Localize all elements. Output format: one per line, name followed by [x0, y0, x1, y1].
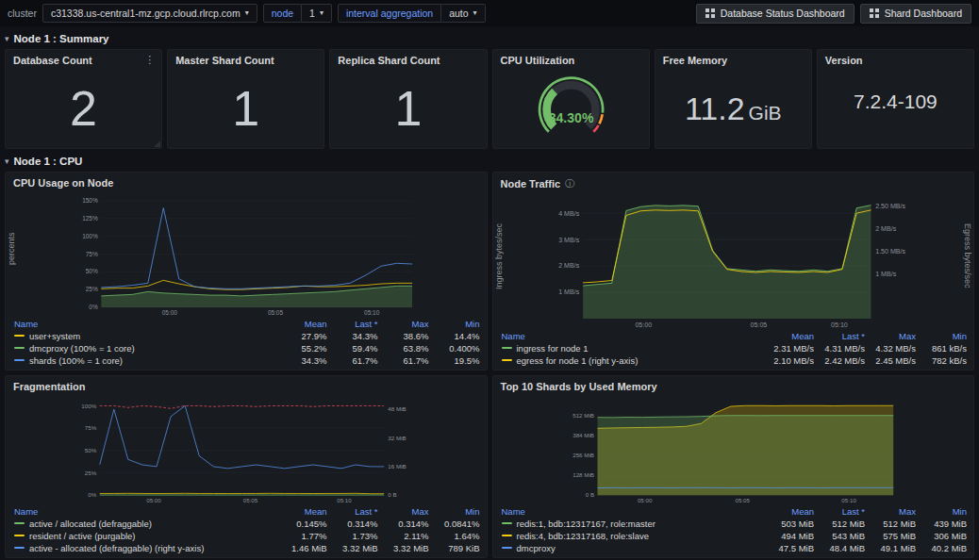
legend-row: egress for node 1 (right y-axis)2.10 MB/…: [493, 354, 974, 367]
panel-title[interactable]: CPU Usage on Node: [6, 173, 487, 190]
section-node-cpu[interactable]: ▾ Node 1 : CPU: [5, 153, 974, 170]
svg-text:2.50 MB/s: 2.50 MB/s: [875, 203, 905, 210]
legend-series-name[interactable]: active - allocated (defraggable) (right …: [6, 542, 283, 554]
top-shards-chart[interactable]: 0 B128 MiB256 MiB384 MiB512 MiB05:0005:0…: [495, 394, 972, 504]
legend-header-last[interactable]: Last *: [821, 330, 871, 342]
legend-header-max[interactable]: Max: [871, 505, 922, 518]
legend-value: 439 MiB: [922, 518, 973, 530]
panel-title[interactable]: Master Shard Count: [168, 50, 324, 68]
node-traffic-chart[interactable]: 1 MB/s2 MB/s3 MB/s4 MB/s1 MB/s1.50 MB/s2…: [495, 192, 972, 329]
legend-header-max[interactable]: Max: [385, 505, 436, 518]
chart-area[interactable]: 0%25%50%75%100%125%150%05:0005:0505:10pe…: [6, 190, 487, 317]
legend-header-min[interactable]: Min: [436, 318, 487, 330]
svg-text:05:05: 05:05: [268, 309, 284, 316]
interval-select-value: auto: [449, 8, 468, 19]
interval-aggregation-select[interactable]: auto ▾: [441, 4, 485, 23]
panel-title[interactable]: CPU Utilization: [493, 50, 649, 68]
panel-menu-icon[interactable]: ⋮: [144, 54, 156, 66]
stat-value: 2: [70, 84, 97, 133]
legend-series-swatch: [502, 522, 512, 524]
shard-dashboard-button[interactable]: Shard Dashboard: [860, 4, 971, 24]
legend-series-name[interactable]: dmcproxy: [493, 542, 771, 554]
info-icon[interactable]: ⓘ: [565, 177, 574, 190]
node-var-label[interactable]: node: [263, 4, 302, 23]
panel-title[interactable]: Replica Shard Count: [330, 50, 486, 68]
database-status-dashboard-button[interactable]: Database Status Dashboard: [696, 4, 855, 24]
legend-value: 1.46 MiB: [283, 542, 334, 554]
legend-value: 0.0841%: [436, 518, 487, 530]
legend-series-name[interactable]: shards (100% = 1 core): [6, 354, 283, 367]
legend-header-mean[interactable]: Mean: [770, 505, 821, 518]
legend-value: 789 KiB: [436, 542, 487, 554]
stat-value: 11.2: [685, 92, 745, 124]
svg-text:50%: 50%: [86, 268, 98, 274]
legend-series-swatch: [502, 359, 512, 361]
dashboard-grid-icon: [705, 8, 715, 18]
legend-value: 2.10 MB/s: [770, 354, 821, 367]
chart-area[interactable]: 0%25%50%75%100%0 B16 MiB32 MiB48 MiB05:0…: [6, 394, 487, 504]
stat-panel-replica-shard-count: Replica Shard Count 1: [329, 49, 487, 149]
chart-legend: NameMeanLast *MaxMinactive / allocated (…: [6, 505, 487, 554]
interval-aggregation-label[interactable]: interval aggregation: [338, 4, 441, 23]
legend-value: 55.2%: [283, 342, 334, 354]
svg-text:0 B: 0 B: [388, 491, 396, 498]
legend-header-name[interactable]: Name: [493, 505, 771, 518]
summary-stats-row: Database Count ⋮ 2 Master Shard Count 1 …: [5, 49, 974, 149]
svg-text:2 MB/s: 2 MB/s: [558, 262, 579, 270]
panel-title-text: Node Traffic: [501, 178, 561, 189]
legend-value: 34.3%: [334, 330, 385, 342]
node-select[interactable]: 1 ▾: [302, 4, 332, 23]
legend-series-name[interactable]: redis:4, bdb:12317168, role:slave: [493, 530, 771, 542]
legend-header-last[interactable]: Last *: [334, 505, 385, 518]
legend-header-last[interactable]: Last *: [334, 318, 385, 330]
chart-legend: NameMeanLast *MaxMinredis:1, bdb:1231716…: [493, 505, 974, 554]
svg-text:125%: 125%: [82, 215, 98, 222]
svg-text:4 MB/s: 4 MB/s: [558, 210, 579, 218]
legend-value: 3.32 MiB: [385, 542, 436, 554]
legend-header-mean[interactable]: Mean: [770, 330, 821, 342]
legend-series-name[interactable]: active / allocated (defraggable): [6, 518, 283, 530]
panel-title[interactable]: Free Memory: [655, 50, 811, 68]
section-node-summary[interactable]: ▾ Node 1 : Summary: [5, 30, 974, 47]
chart-area[interactable]: 1 MB/s2 MB/s3 MB/s4 MB/s1 MB/s1.50 MB/s2…: [493, 192, 974, 329]
legend-value: 27.9%: [283, 330, 334, 342]
legend-header-name[interactable]: Name: [6, 318, 283, 330]
chart-area[interactable]: 0 B128 MiB256 MiB384 MiB512 MiB05:0005:0…: [493, 394, 974, 504]
legend-header-max[interactable]: Max: [385, 318, 436, 330]
chevron-down-icon: ▾: [245, 9, 249, 17]
cluster-select[interactable]: c31338.us-central1-mz.gcp.cloud.rlrcp.co…: [42, 4, 257, 23]
legend-series-name[interactable]: user+system: [6, 330, 283, 342]
cpu-usage-chart[interactable]: 0%25%50%75%100%125%150%05:0005:0505:10: [8, 190, 485, 317]
panel-title[interactable]: Top 10 Shards by Used Memory: [493, 376, 974, 394]
legend-series-name[interactable]: dmcproxy (100% = 1 core): [6, 342, 283, 354]
panel-resize-handle[interactable]: [154, 140, 160, 147]
stat-unit: GiB: [749, 102, 782, 124]
panel-title[interactable]: Database Count: [6, 50, 161, 68]
node-select-value: 1: [309, 8, 315, 19]
legend-header-min[interactable]: Min: [922, 505, 973, 518]
svg-text:25%: 25%: [86, 286, 98, 292]
legend-value: 49.1 MiB: [871, 542, 922, 554]
legend-header-mean[interactable]: Mean: [283, 505, 334, 518]
fragmentation-chart[interactable]: 0%25%50%75%100%0 B16 MiB32 MiB48 MiB05:0…: [8, 394, 485, 504]
legend-header-min[interactable]: Min: [922, 330, 973, 342]
legend-header-min[interactable]: Min: [436, 505, 487, 518]
panel-title[interactable]: Fragmentation: [6, 376, 487, 394]
legend-series-name[interactable]: ingress for node 1: [493, 342, 771, 354]
legend-header-max[interactable]: Max: [871, 330, 922, 342]
legend-value: 0.400%: [436, 342, 487, 354]
panel-title[interactable]: Node Traffic ⓘ: [493, 173, 974, 192]
legend-series-name[interactable]: egress for node 1 (right y-axis): [493, 354, 771, 367]
legend-header-mean[interactable]: Mean: [283, 318, 334, 330]
panel-title-text: CPU Usage on Node: [13, 177, 113, 189]
legend-series-swatch: [14, 535, 25, 536]
legend-header-name[interactable]: Name: [6, 505, 283, 518]
panel-title[interactable]: Version: [818, 50, 973, 68]
legend-header-last[interactable]: Last *: [821, 505, 871, 518]
legend-header-name[interactable]: Name: [493, 330, 771, 342]
legend-value: 63.8%: [385, 342, 436, 354]
chevron-down-icon: ▾: [5, 156, 9, 166]
legend-series-name[interactable]: redis:1, bdb:12317167, role:master: [493, 518, 771, 530]
legend-series-name[interactable]: resident / active (purgable): [6, 530, 283, 542]
legend-value: 61.7%: [334, 354, 385, 367]
